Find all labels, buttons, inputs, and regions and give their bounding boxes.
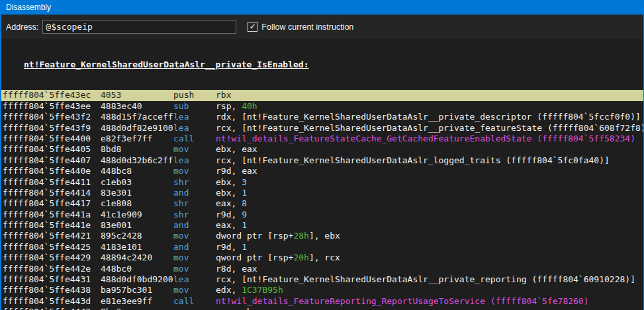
asm-address: fffff804`5ffe443d xyxy=(3,296,101,307)
asm-operands: r9d, eax xyxy=(216,166,643,176)
asm-address: fffff804`5ffe4417 xyxy=(3,198,101,209)
asm-line[interactable]: fffff804`5ffe44254183e101andr9d, 1 xyxy=(1,242,643,252)
asm-operands: ebx, 1 xyxy=(216,188,643,198)
asm-address: fffff804`5ffe4400 xyxy=(3,134,101,144)
asm-mnemonic: mov xyxy=(173,307,216,310)
asm-line[interactable]: fffff804`5ffe43ee4883ec40subrsp, 40h xyxy=(1,101,643,112)
asm-mnemonic: mov xyxy=(173,285,216,295)
asm-mnemonic: call xyxy=(173,134,216,144)
asm-bytes: 4183e101 xyxy=(101,242,173,252)
asm-mnemonic: push xyxy=(173,90,216,100)
asm-mnemonic: sub xyxy=(173,101,216,112)
asm-line[interactable]: fffff804`5ffe443de81e3ee9ffcallnt!wil_de… xyxy=(1,296,643,307)
asm-bytes: 4883ec40 xyxy=(101,101,173,112)
asm-bytes: 8bd8 xyxy=(101,144,173,155)
asm-mnemonic: and xyxy=(173,220,216,231)
asm-address: fffff804`5ffe43ec xyxy=(3,90,101,100)
asm-address: fffff804`5ffe441a xyxy=(3,210,101,220)
asm-mnemonic: mov xyxy=(173,231,216,241)
asm-mnemonic: mov xyxy=(173,252,216,263)
asm-address: fffff804`5ffe4431 xyxy=(3,274,101,285)
asm-line[interactable]: fffff804`5ffe4400e82f3ef7ffcallnt!wil_de… xyxy=(1,134,643,144)
asm-address: fffff804`5ffe4429 xyxy=(3,252,101,263)
asm-mnemonic: lea xyxy=(173,123,216,134)
follow-checkbox[interactable]: ✓ xyxy=(248,22,257,32)
asm-bytes: e81e3ee9ff xyxy=(101,296,173,307)
asm-address: fffff804`5ffe4405 xyxy=(3,144,101,155)
asm-bytes: c1eb03 xyxy=(101,177,173,188)
asm-address: fffff804`5ffe43f2 xyxy=(3,112,101,122)
asm-line[interactable]: fffff804`5ffe43f9488d0df82e9100learcx, [… xyxy=(1,123,643,134)
function-label: nt!Feature_KernelSharedUserDataAslr__pri… xyxy=(1,59,643,70)
asm-line[interactable]: fffff804`5ffe4417c1e808shreax, 8 xyxy=(1,198,643,209)
asm-mnemonic: mov xyxy=(173,166,216,176)
asm-lines-container: fffff804`5ffe43ec4053pushrbxfffff804`5ff… xyxy=(1,90,643,310)
asm-operands: r9d, 9 xyxy=(216,210,643,220)
disassembly-listing[interactable]: nt!Feature_KernelSharedUserDataAslr__pri… xyxy=(1,39,643,310)
asm-line[interactable]: fffff804`5ffe4431488d0df0bd9200learcx, [… xyxy=(1,274,643,285)
asm-operands: dword ptr [rsp+28h], ebx xyxy=(216,231,643,241)
asm-bytes: 448bc8 xyxy=(101,166,173,176)
asm-mnemonic: shr xyxy=(173,210,216,220)
asm-operands: eax, ebx xyxy=(216,307,643,310)
asm-bytes: 4053 xyxy=(101,90,173,100)
asm-operands: nt!wil_details_FeatureStateCache_GetCach… xyxy=(216,134,643,144)
asm-line[interactable]: fffff804`5ffe4411c1eb03shrebx, 3 xyxy=(1,177,643,188)
asm-address: fffff804`5ffe441e xyxy=(3,220,101,231)
asm-operands: edx, 1C37B95h xyxy=(216,285,643,295)
asm-bytes: ba957bc301 xyxy=(101,285,173,295)
address-input[interactable] xyxy=(42,20,236,34)
asm-operands: rcx, [nt!Feature_KernelSharedUserDataAsl… xyxy=(216,274,643,285)
asm-address: fffff804`5ffe4411 xyxy=(3,177,101,188)
asm-line[interactable]: fffff804`5ffe44428bc3moveax, ebx xyxy=(1,307,643,310)
asm-bytes: 488d15f7acceff xyxy=(101,112,173,122)
asm-line-current[interactable]: fffff804`5ffe43ec4053pushrbx xyxy=(1,90,643,100)
asm-address: fffff804`5ffe4438 xyxy=(3,285,101,295)
asm-operands: rcx, [nt!Feature_KernelSharedUserDataAsl… xyxy=(216,123,643,134)
asm-line[interactable]: fffff804`5ffe4407488d0d32b6c2fflearcx, [… xyxy=(1,155,643,166)
asm-line[interactable]: fffff804`5ffe4421895c2428movdword ptr [r… xyxy=(1,231,643,241)
asm-bytes: 895c2428 xyxy=(101,231,173,241)
asm-line[interactable]: fffff804`5ffe43f2488d15f7acceffleardx, [… xyxy=(1,112,643,122)
asm-mnemonic: mov xyxy=(173,264,216,274)
asm-address: fffff804`5ffe43ee xyxy=(3,101,101,112)
window-titlebar[interactable]: Disassembly xyxy=(1,0,643,15)
asm-bytes: 488d0df0bd9200 xyxy=(101,274,173,285)
asm-mnemonic: mov xyxy=(173,144,216,155)
asm-bytes: 41c1e909 xyxy=(101,210,173,220)
asm-operands: rbx xyxy=(216,90,643,100)
asm-mnemonic: lea xyxy=(173,112,216,122)
asm-line[interactable]: fffff804`5ffe44058bd8movebx, eax xyxy=(1,144,643,155)
asm-line[interactable]: fffff804`5ffe440e448bc8movr9d, eax xyxy=(1,166,643,176)
toolbar: Address: ✓ Follow current instruction xyxy=(1,15,643,39)
asm-address: fffff804`5ffe4421 xyxy=(3,231,101,241)
asm-address: fffff804`5ffe440e xyxy=(3,166,101,176)
address-label: Address: xyxy=(6,22,38,32)
asm-mnemonic: and xyxy=(173,242,216,252)
asm-address: fffff804`5ffe4425 xyxy=(3,242,101,252)
asm-line[interactable]: fffff804`5ffe442e448bc0movr8d, eax xyxy=(1,264,643,274)
asm-line[interactable]: fffff804`5ffe441e83e001andeax, 1 xyxy=(1,220,643,231)
asm-operands: rcx, [nt!Feature_KernelSharedUserDataAsl… xyxy=(216,155,643,166)
asm-mnemonic: and xyxy=(173,188,216,198)
asm-operands: r8d, eax xyxy=(216,264,643,274)
asm-line[interactable]: fffff804`5ffe441483e301andebx, 1 xyxy=(1,188,643,198)
asm-operands: qword ptr [rsp+20h], rcx xyxy=(216,252,643,263)
asm-line[interactable]: fffff804`5ffe4438ba957bc301movedx, 1C37B… xyxy=(1,285,643,295)
asm-bytes: 8bc3 xyxy=(101,307,173,310)
asm-operands: eax, 1 xyxy=(216,220,643,231)
asm-address: fffff804`5ffe4442 xyxy=(3,307,101,310)
asm-bytes: 488d0d32b6c2ff xyxy=(101,155,173,166)
follow-checkbox-label: Follow current instruction xyxy=(261,22,353,32)
follow-current-instruction-option[interactable]: ✓ Follow current instruction xyxy=(248,22,353,32)
checkmark-icon: ✓ xyxy=(250,22,256,31)
window-title: Disassembly xyxy=(6,3,51,12)
asm-line[interactable]: fffff804`5ffe441a41c1e909shrr9d, 9 xyxy=(1,210,643,220)
asm-line[interactable]: fffff804`5ffe442948894c2420movqword ptr … xyxy=(1,252,643,263)
asm-bytes: 83e301 xyxy=(101,188,173,198)
asm-operands: rsp, 40h xyxy=(216,101,643,112)
asm-mnemonic: lea xyxy=(173,155,216,166)
asm-operands: ebx, eax xyxy=(216,144,643,155)
asm-bytes: c1e808 xyxy=(101,198,173,209)
asm-bytes: e82f3ef7ff xyxy=(101,134,173,144)
